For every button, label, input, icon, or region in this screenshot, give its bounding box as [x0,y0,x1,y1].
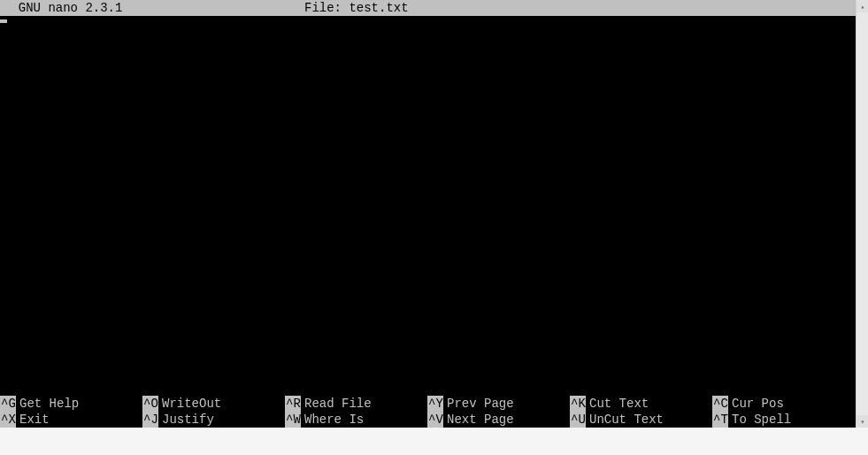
shortcut-label: To Spell [728,412,791,428]
shortcut-key: ^Y [427,396,443,412]
terminal-window: GNU nano 2.3.1 File: test.txt ^G Get Hel… [0,0,856,428]
text-cursor [0,19,7,23]
shortcut-key: ^T [712,412,728,428]
scroll-down-icon[interactable]: ▾ [856,415,868,428]
shortcut-key: ^R [285,396,301,412]
shortcut-key: ^G [0,396,16,412]
shortcut-where-is[interactable]: ^W Where Is [285,412,427,428]
shortcut-label: Exit [16,412,50,428]
title-bar: GNU nano 2.3.1 File: test.txt [0,0,856,16]
shortcut-key: ^U [570,412,586,428]
shortcut-label: Next Page [443,412,514,428]
shortcut-key: ^J [142,412,158,428]
shortcut-to-spell[interactable]: ^T To Spell [712,412,855,428]
shortcut-prev-page[interactable]: ^Y Prev Page [427,396,570,412]
file-name: File: test.txt [304,0,409,16]
shortcut-row-1: ^G Get Help ^O WriteOut ^R Read File ^Y … [0,396,856,412]
shortcut-cur-pos[interactable]: ^C Cur Pos [712,396,855,412]
shortcut-label: Where Is [301,412,364,428]
app-name: GNU nano 2.3.1 [4,0,304,16]
shortcut-key: ^W [285,412,301,428]
shortcut-bar: ^G Get Help ^O WriteOut ^R Read File ^Y … [0,396,856,428]
scrollbar[interactable]: ▴ ▾ [856,0,868,428]
shortcut-label: Get Help [16,396,79,412]
shortcut-key: ^C [712,396,728,412]
shortcut-exit[interactable]: ^X Exit [0,412,142,428]
shortcut-read-file[interactable]: ^R Read File [285,396,427,412]
shortcut-label: UnCut Text [586,412,664,428]
shortcut-label: Justify [158,412,214,428]
shortcut-key: ^O [142,396,158,412]
shortcut-get-help[interactable]: ^G Get Help [0,396,142,412]
shortcut-label: Cur Pos [728,396,784,412]
shortcut-label: Read File [301,396,372,412]
shortcut-label: Cut Text [586,396,649,412]
editor-area[interactable] [0,16,856,396]
shortcut-key: ^X [0,412,16,428]
shortcut-key: ^K [570,396,586,412]
shortcut-label: WriteOut [158,396,221,412]
shortcut-cut-text[interactable]: ^K Cut Text [570,396,712,412]
shortcut-writeout[interactable]: ^O WriteOut [142,396,285,412]
shortcut-uncut-text[interactable]: ^U UnCut Text [570,412,712,428]
scroll-up-icon[interactable]: ▴ [856,0,868,12]
shortcut-key: ^V [427,412,443,428]
shortcut-justify[interactable]: ^J Justify [142,412,285,428]
shortcut-next-page[interactable]: ^V Next Page [427,412,570,428]
shortcut-label: Prev Page [443,396,514,412]
shortcut-row-2: ^X Exit ^J Justify ^W Where Is ^V Next P… [0,412,856,428]
